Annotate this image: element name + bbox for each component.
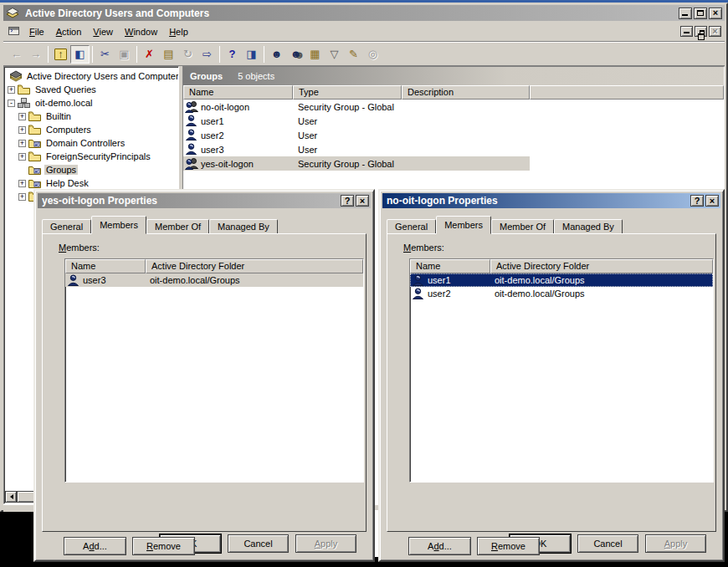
new-ou-icon[interactable]: ▦ xyxy=(305,45,325,64)
apply-button[interactable]: Apply xyxy=(645,534,706,553)
tab-member-of[interactable]: Member Of xyxy=(146,219,209,234)
export-list-icon[interactable]: ⇨ xyxy=(197,45,217,64)
add-button[interactable]: Add... xyxy=(408,537,471,555)
tree-item-builtin[interactable]: +Builtin xyxy=(4,110,178,123)
help-icon[interactable]: ? xyxy=(223,45,242,64)
members-list[interactable]: NameActive Directory Folder user1oit-dem… xyxy=(409,258,714,483)
tree-item-foreignsecurityprincipals[interactable]: +ForeignSecurityPrincipals xyxy=(4,150,178,163)
tree-expander[interactable]: + xyxy=(18,193,26,201)
cut-icon: ✂ xyxy=(100,49,110,59)
filter-icon[interactable]: ▽ xyxy=(325,45,344,64)
apply-button[interactable]: Apply xyxy=(295,534,356,553)
minimize-button[interactable] xyxy=(679,8,692,19)
back-icon: ← xyxy=(11,49,22,59)
tree-item-oit-demo-local[interactable]: -oit-demo.local xyxy=(4,96,178,110)
table-row[interactable]: yes-oit-logonSecurity Group - Global xyxy=(183,156,724,171)
toolbar-separator xyxy=(48,46,49,63)
tree-expander[interactable]: - xyxy=(8,100,15,107)
column-header-type[interactable]: Type xyxy=(293,85,402,100)
member-row[interactable]: user1oit-demo.local/Groups xyxy=(410,273,713,287)
copy-icon[interactable]: ▣ xyxy=(115,45,134,64)
tree-expander[interactable]: + xyxy=(18,180,26,187)
show-console-tree-icon[interactable]: ◧ xyxy=(70,45,90,64)
tab-managed-by[interactable]: Managed By xyxy=(554,219,623,234)
dialog-close-button[interactable]: × xyxy=(705,195,719,207)
tab-general[interactable]: General xyxy=(387,219,436,234)
restore-child-window-button[interactable] xyxy=(695,26,707,37)
member-column-header-name[interactable]: Name xyxy=(65,259,146,273)
member-column-header-name[interactable]: Name xyxy=(410,259,490,273)
maximize-button[interactable] xyxy=(694,8,707,19)
banner-object-count: 5 objects xyxy=(238,71,274,81)
dialog-close-button[interactable]: × xyxy=(356,195,369,207)
table-row[interactable]: user2User xyxy=(183,128,724,142)
menu-item-view[interactable]: View xyxy=(87,24,119,39)
table-row[interactable]: user3User xyxy=(183,142,724,156)
close-glyph-icon: × xyxy=(712,27,717,36)
close-child-window-button[interactable]: × xyxy=(709,26,721,37)
remove-button[interactable]: Remove xyxy=(477,537,540,555)
tab-members[interactable]: Members xyxy=(436,216,491,234)
remove-button[interactable]: Remove xyxy=(132,537,195,555)
main-titlebar[interactable]: Active Directory Users and Computers × xyxy=(3,5,725,21)
dialog-titlebar[interactable]: yes-oit-logon Properties ? × xyxy=(38,193,371,208)
cancel-button[interactable]: Cancel xyxy=(577,534,638,553)
column-header-filler xyxy=(530,85,724,100)
up-one-level-icon[interactable]: ↑ xyxy=(51,45,70,64)
forward-icon[interactable]: → xyxy=(26,45,45,64)
menu-item-window[interactable]: Window xyxy=(119,24,163,39)
tab-members[interactable]: Members xyxy=(91,216,146,234)
properties-icon[interactable]: ▤ xyxy=(159,45,178,64)
tree-item-active-directory-users-and-computers[interactable]: Active Directory Users and Computers xyxy=(4,69,178,83)
tab-general[interactable]: General xyxy=(42,219,91,234)
tab-managed-by[interactable]: Managed By xyxy=(209,219,278,234)
tree-item-groups[interactable]: Groups xyxy=(4,163,178,176)
column-header-description[interactable]: Description xyxy=(402,85,530,100)
options-icon[interactable]: ◎ xyxy=(363,45,382,64)
dialog-help-button[interactable]: ? xyxy=(341,195,354,207)
member-name: user3 xyxy=(83,275,106,285)
members-label: Members: xyxy=(403,243,444,253)
minimize-child-window-button[interactable] xyxy=(680,26,693,37)
table-row[interactable]: user1User xyxy=(183,114,724,128)
delete-icon: ✗ xyxy=(145,49,154,59)
member-row[interactable]: user2oit-demo.local/Groups xyxy=(410,287,713,300)
tree-item-saved-queries[interactable]: +Saved Queries xyxy=(4,83,178,96)
menu-item-help[interactable]: Help xyxy=(163,24,194,39)
member-column-header-folder[interactable]: Active Directory Folder xyxy=(490,259,713,273)
table-row[interactable]: no-oit-logonSecurity Group - Global xyxy=(183,100,724,114)
tab-member-of[interactable]: Member Of xyxy=(491,219,554,234)
close-glyph-icon: × xyxy=(713,8,718,18)
tree-expander[interactable]: + xyxy=(18,140,26,147)
tree-expander[interactable]: + xyxy=(18,126,26,134)
tree-item-help-desk[interactable]: +Help Desk xyxy=(4,176,178,190)
column-header-name[interactable]: Name xyxy=(183,85,293,100)
dialog-help-button[interactable]: ? xyxy=(690,195,704,207)
new-user-icon[interactable]: ☻ xyxy=(267,45,286,64)
new-group-icon[interactable]: ☻ xyxy=(286,45,305,64)
menu-item-file[interactable]: File xyxy=(23,24,50,39)
member-row[interactable]: user3oit-demo.local/Groups xyxy=(65,273,363,287)
root-icon xyxy=(9,70,23,82)
tree-item-label: Groups xyxy=(44,165,78,175)
find-icon[interactable]: ✎ xyxy=(344,45,363,64)
tree-item-computers[interactable]: +Computers xyxy=(4,123,178,136)
members-list[interactable]: NameActive Directory Folder user3oit-dem… xyxy=(64,258,364,483)
refresh-icon[interactable]: ↻ xyxy=(178,45,197,64)
tree-expander[interactable]: + xyxy=(18,113,26,120)
cut-icon[interactable]: ✂ xyxy=(95,45,115,64)
folder-icon xyxy=(18,84,31,95)
dialog-titlebar[interactable]: no-oit-logon Properties ? × xyxy=(382,193,720,208)
delete-icon[interactable]: ✗ xyxy=(140,45,159,64)
tree-item-domain-controllers[interactable]: +Domain Controllers xyxy=(4,136,178,150)
cancel-button[interactable]: Cancel xyxy=(228,534,289,553)
tree-expander[interactable]: + xyxy=(8,86,15,94)
member-column-header-folder[interactable]: Active Directory Folder xyxy=(146,259,363,273)
close-button[interactable]: × xyxy=(709,8,722,19)
scroll-left-button[interactable] xyxy=(5,491,17,503)
show-description-bar-icon[interactable]: ◨ xyxy=(242,45,261,64)
tree-expander[interactable]: + xyxy=(18,153,26,161)
back-icon[interactable]: ← xyxy=(7,45,26,64)
add-button[interactable]: Add... xyxy=(64,537,126,555)
menu-item-action[interactable]: Action xyxy=(50,24,88,39)
